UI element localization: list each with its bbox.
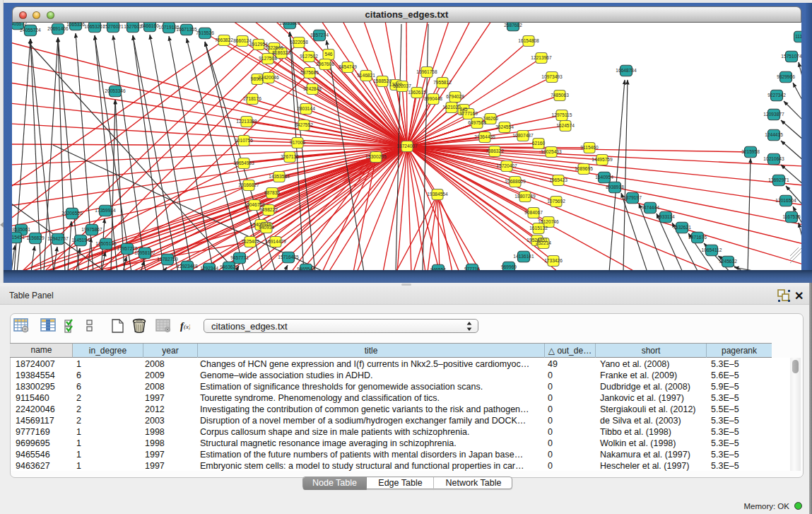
svg-text:252214: 252214 [536, 240, 551, 245]
svg-text:1010755: 1010755 [235, 138, 253, 143]
svg-text:17016504: 17016504 [775, 198, 796, 203]
svg-text:9146821: 9146821 [357, 73, 375, 78]
svg-text:9498222: 9498222 [259, 207, 278, 212]
svg-text:10973493: 10973493 [541, 74, 563, 79]
svg-text:6497568: 6497568 [468, 120, 486, 125]
svg-text:14353584: 14353584 [269, 174, 290, 179]
svg-text:14495759: 14495759 [592, 157, 613, 162]
svg-text:7386322: 7386322 [486, 148, 504, 153]
svg-text:7632621: 7632621 [673, 225, 691, 230]
svg-text:16961758: 16961758 [416, 69, 437, 74]
svg-text:2405572: 2405572 [12, 23, 27, 26]
svg-text:10025433: 10025433 [541, 149, 562, 154]
svg-text:10688609: 10688609 [505, 179, 526, 184]
svg-text:16648784: 16648784 [616, 68, 637, 73]
svg-text:8471676: 8471676 [688, 235, 707, 240]
svg-text:16154808: 16154808 [518, 38, 539, 43]
svg-text:9465546: 9465546 [297, 267, 315, 270]
svg-text:2803144: 2803144 [297, 106, 315, 111]
svg-text:22420046: 22420046 [258, 75, 279, 80]
svg-text:12975115: 12975115 [552, 112, 572, 117]
svg-text:9227342: 9227342 [767, 93, 786, 98]
svg-text:1527602: 1527602 [124, 24, 142, 29]
svg-text:2687682: 2687682 [504, 23, 522, 28]
svg-text:1075692: 1075692 [547, 199, 565, 204]
svg-text:10807487: 10807487 [512, 133, 534, 138]
svg-text:16671355: 16671355 [176, 27, 197, 32]
svg-text:9127502: 9127502 [300, 54, 318, 59]
svg-text:1733426: 1733426 [544, 258, 563, 263]
svg-text:546: 546 [324, 52, 332, 57]
svg-text:1089695: 1089695 [575, 166, 593, 171]
svg-text:16782759: 16782759 [157, 257, 178, 262]
svg-text:1292344: 1292344 [200, 266, 218, 270]
svg-text:977716: 977716 [464, 267, 480, 270]
svg-text:8454749: 8454749 [339, 64, 357, 69]
svg-text:940934: 940934 [259, 225, 274, 230]
svg-text:16033809: 16033809 [279, 23, 300, 25]
svg-text:15716485: 15716485 [278, 255, 299, 259]
svg-text:(x): (x) [184, 323, 190, 330]
svg-text:20206556: 20206556 [61, 211, 83, 216]
svg-text:9242848: 9242848 [303, 86, 322, 91]
svg-text:10210643: 10210643 [763, 156, 784, 161]
svg-text:20691406: 20691406 [47, 26, 69, 31]
svg-text:9457771: 9457771 [230, 255, 249, 260]
svg-text:12213967: 12213967 [531, 55, 552, 60]
svg-text:746266: 746266 [483, 116, 498, 121]
svg-text:15751074: 15751074 [781, 54, 801, 59]
svg-text:21364436: 21364436 [474, 134, 495, 139]
svg-text:1640954: 1640954 [595, 175, 613, 180]
svg-text:16120746: 16120746 [538, 219, 559, 224]
svg-text:887833: 887833 [264, 190, 280, 195]
svg-text:20053346: 20053346 [105, 88, 126, 93]
svg-text:3267130: 3267130 [281, 154, 299, 159]
svg-text:8357274: 8357274 [310, 33, 329, 37]
svg-text:1244415: 1244415 [765, 132, 783, 137]
svg-text:7485063: 7485063 [551, 93, 569, 98]
svg-text:1621022: 1621022 [442, 105, 461, 110]
svg-text:10958107: 10958107 [134, 250, 155, 255]
svg-text:12505135: 12505135 [95, 241, 117, 246]
svg-text:19975867: 19975867 [81, 227, 102, 232]
svg-text:18807249: 18807249 [514, 194, 536, 199]
svg-text:7515526: 7515526 [196, 30, 214, 35]
svg-text:1156829: 1156829 [26, 235, 45, 240]
svg-text:24055724: 24055724 [20, 28, 41, 33]
svg-text:9329966: 9329966 [777, 74, 795, 79]
svg-text:3915451: 3915451 [12, 235, 25, 240]
svg-text:3215958: 3215958 [741, 149, 760, 154]
svg-text:8990448: 8990448 [424, 96, 442, 101]
svg-text:13692971: 13692971 [768, 177, 789, 182]
svg-text:5322058: 5322058 [290, 40, 308, 45]
svg-text:6466160: 6466160 [141, 23, 159, 28]
svg-text:18724007: 18724007 [396, 144, 418, 148]
svg-text:6379197: 6379197 [623, 195, 642, 200]
svg-text:14136141: 14136141 [513, 254, 534, 259]
svg-text:9777169: 9777169 [459, 111, 478, 116]
svg-text:12923448: 12923448 [177, 264, 198, 269]
svg-text:969969: 969969 [501, 264, 517, 269]
svg-text:12942757: 12942757 [47, 236, 69, 241]
svg-text:8186323: 8186323 [272, 50, 290, 55]
svg-text:9115460: 9115460 [580, 145, 599, 150]
svg-text:1167535: 1167535 [782, 214, 801, 219]
svg-text:8938918: 8938918 [606, 185, 624, 189]
svg-text:2967608: 2967608 [316, 62, 334, 66]
svg-text:5322037: 5322037 [393, 83, 411, 88]
svg-text:7955812: 7955812 [433, 80, 452, 85]
svg-text:1362615: 1362615 [408, 90, 426, 95]
svg-text:8535061: 8535061 [12, 227, 30, 232]
svg-text:7625402: 7625402 [241, 239, 259, 244]
svg-text:16046758: 16046758 [244, 202, 265, 207]
svg-text:2933114: 2933114 [657, 214, 675, 219]
svg-text:3624554: 3624554 [495, 124, 514, 129]
svg-text:62160: 62160 [532, 141, 546, 146]
svg-text:12093877: 12093877 [763, 112, 784, 117]
svg-text:19166827: 19166827 [238, 182, 259, 187]
svg-text:8427552: 8427552 [295, 122, 313, 127]
svg-text:1965423: 1965423 [549, 177, 567, 182]
svg-text:1065326: 1065326 [66, 23, 85, 27]
svg-text:7663822: 7663822 [215, 37, 233, 42]
svg-text:15276021: 15276021 [102, 24, 124, 29]
